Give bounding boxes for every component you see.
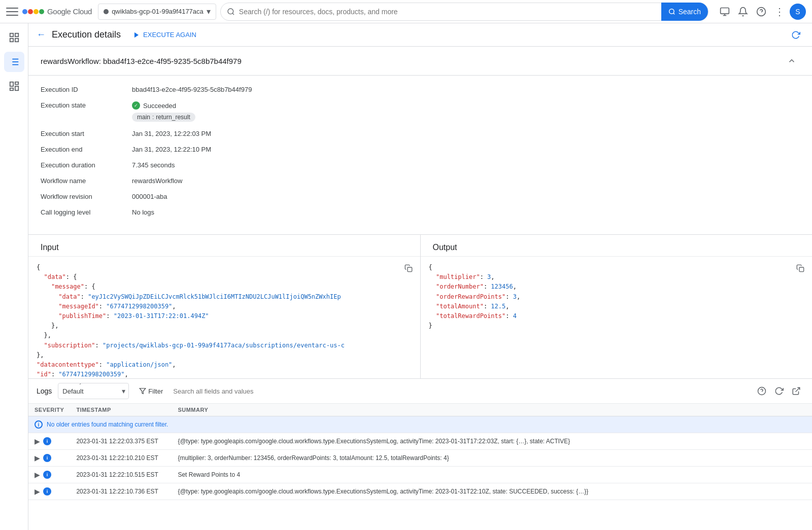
col-timestamp: TIMESTAMP — [70, 404, 172, 416]
svg-rect-11 — [10, 39, 13, 42]
success-dot-icon — [132, 101, 140, 110]
filter-icon — [139, 387, 146, 395]
page-header: ← Execution details EXECUTE AGAIN — [28, 23, 812, 47]
more-options-button[interactable]: ⋮ — [771, 4, 788, 20]
search-btn-icon — [668, 8, 675, 15]
output-panel-body: { "multiplier": 3, "orderNumber": 123456… — [421, 257, 813, 337]
log-timestamp: 2023-01-31 12:22:10.515 EST — [70, 467, 172, 483]
log-expand-icon[interactable]: ▶ — [35, 487, 40, 496]
status-text: Succeeded — [143, 102, 176, 110]
logs-label: Logs — [37, 387, 52, 395]
execution-start-row: Execution start Jan 31, 2023, 12:22:03 P… — [41, 130, 800, 137]
log-filter-input[interactable] — [173, 387, 748, 395]
severity-group: Severity Default Debug Info Notice Warni… — [58, 383, 129, 399]
svg-point-2 — [669, 9, 673, 13]
call-logging-value: No logs — [132, 208, 154, 216]
logs-section: Logs Severity Default Debug Info Notice … — [28, 378, 812, 500]
refresh-button[interactable] — [788, 27, 804, 43]
svg-rect-4 — [721, 8, 729, 14]
col-severity: SEVERITY — [28, 404, 70, 416]
svg-rect-10 — [15, 39, 18, 42]
execution-state-value: Succeeded main : return_result — [132, 101, 195, 122]
filter-label: Filter — [148, 387, 163, 395]
log-expand-icon[interactable]: ▶ — [35, 454, 40, 462]
collapse-button[interactable] — [784, 53, 800, 69]
terminal-icon — [720, 7, 730, 17]
output-copy-button[interactable] — [793, 261, 808, 276]
logo-dot-red — [28, 9, 33, 14]
svg-rect-24 — [799, 267, 804, 272]
search-icon — [227, 8, 235, 16]
help-circle-icon — [756, 7, 766, 17]
copy-icon — [796, 264, 804, 272]
refresh-icon — [791, 30, 800, 40]
log-row: ▶ i 2023-01-31 12:22:10.210 EST {multipl… — [28, 450, 812, 467]
log-summary: {multiplier: 3, orderNumber: 123456, ord… — [172, 450, 812, 467]
main-content: ← Execution details EXECUTE AGAIN reward… — [28, 23, 812, 530]
log-row: ▶ i 2023-01-31 12:22:10.515 EST Set Rewa… — [28, 467, 812, 483]
user-avatar[interactable]: S — [790, 4, 806, 20]
refresh-icon — [774, 386, 784, 396]
help-icon-button[interactable] — [753, 4, 769, 20]
hamburger-menu-icon[interactable] — [6, 6, 18, 18]
execution-end-row: Execution end Jan 31, 2023, 12:22:10 PM — [41, 146, 800, 153]
page-title: Execution details — [52, 29, 121, 40]
execution-end-label: Execution end — [41, 146, 132, 153]
sidebar-icon-list[interactable] — [4, 52, 24, 72]
input-copy-button[interactable] — [401, 261, 416, 276]
input-panel-header: Input — [28, 235, 420, 257]
svg-rect-8 — [10, 33, 13, 37]
severity-select[interactable]: Default Debug Info Notice Warning Error — [58, 383, 99, 399]
logs-table-body: i No older entries found matching curren… — [28, 416, 812, 500]
search-bar[interactable]: Search — [220, 3, 708, 21]
svg-rect-20 — [15, 86, 18, 90]
play-icon — [133, 31, 140, 39]
terminal-icon-button[interactable] — [717, 4, 733, 20]
search-input[interactable] — [239, 8, 657, 16]
log-row: ▶ i 2023-01-31 12:22:03.375 EST {@type: … — [28, 433, 812, 450]
logs-open-external-button[interactable] — [789, 383, 804, 399]
collapse-icon — [787, 56, 796, 65]
workflow-revision-row: Workflow revision 000001-aba — [41, 193, 800, 200]
sidebar — [0, 23, 28, 530]
log-info-badge: i — [43, 437, 51, 445]
log-expand-icon[interactable]: ▶ — [35, 437, 40, 445]
execution-end-value: Jan 31, 2023, 12:22:10 PM — [132, 146, 211, 153]
logs-refresh-button[interactable] — [771, 383, 787, 399]
logs-help-button[interactable] — [754, 383, 769, 399]
details-section: Execution ID bbad4f13-e2ce-4f95-9235-5c8… — [28, 76, 812, 234]
logs-header-right — [754, 383, 804, 399]
log-summary: Set Reward Points to 4 — [172, 467, 812, 483]
no-entries-cell: i No older entries found matching curren… — [28, 416, 812, 433]
execute-again-label: EXECUTE AGAIN — [143, 31, 196, 39]
log-expand-icon[interactable]: ▶ — [35, 471, 40, 479]
output-panel-header: Output — [421, 235, 813, 257]
logo-text: Google Cloud — [47, 7, 92, 16]
svg-rect-9 — [15, 33, 18, 37]
logs-table-header: SEVERITY TIMESTAMP SUMMARY — [28, 404, 812, 416]
execute-again-button[interactable]: EXECUTE AGAIN — [127, 27, 202, 43]
log-severity-cell: ▶ i — [28, 433, 70, 450]
svg-rect-19 — [15, 82, 18, 85]
log-row: ▶ i 2023-01-31 12:22:10.736 EST {@type: … — [28, 483, 812, 500]
sidebar-icon-workflows[interactable] — [4, 27, 24, 48]
workflow-name-row: Workflow name rewardsWorkflow — [41, 177, 800, 185]
log-info-badge: i — [43, 454, 51, 462]
search-button[interactable]: Search — [661, 3, 708, 21]
workflow-name-value: rewardsWorkflow — [132, 177, 182, 185]
sidebar-icon-dashboard[interactable] — [4, 76, 24, 96]
execution-id-label: Execution ID — [41, 86, 132, 93]
execution-state-label: Execution state — [41, 101, 132, 109]
project-selector[interactable]: qwiklabs-gcp-01-99a9f4177aca ▾ — [98, 4, 216, 20]
logs-table: SEVERITY TIMESTAMP SUMMARY i No older en… — [28, 404, 812, 500]
execution-start-label: Execution start — [41, 130, 132, 137]
state-chip: main : return_result — [132, 113, 195, 122]
notification-icon-button[interactable] — [735, 4, 751, 20]
execution-start-value: Jan 31, 2023, 12:22:03 PM — [132, 130, 211, 137]
filter-button[interactable]: Filter — [135, 385, 167, 397]
bell-icon — [738, 7, 748, 17]
back-button[interactable]: ← — [37, 29, 46, 40]
workflow-title-bar: rewardsWorkflow: bbad4f13-e2ce-4f95-9235… — [28, 47, 812, 76]
svg-line-3 — [673, 13, 674, 14]
state-chip-sep: : — [152, 114, 154, 121]
